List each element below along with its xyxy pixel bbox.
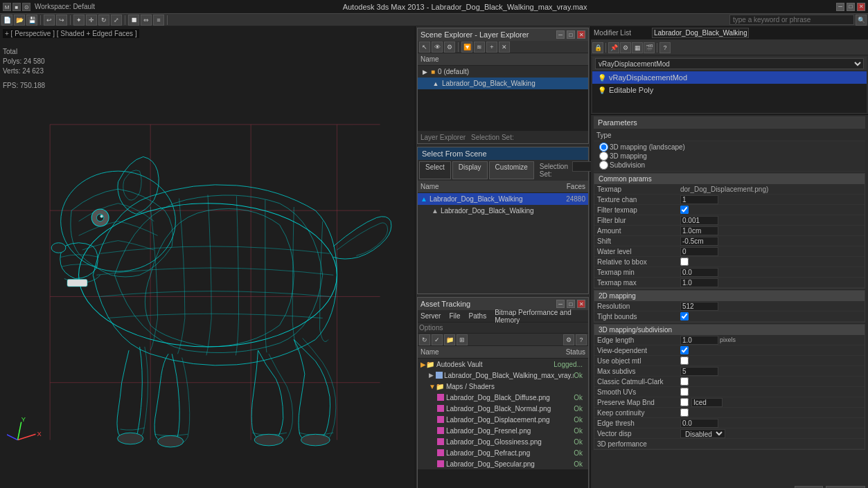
- new-icon[interactable]: 📄: [1, 15, 12, 26]
- se-customize-btn[interactable]: ⚙: [444, 42, 455, 53]
- ss-row-1[interactable]: ▲ Labrador_Dog_Black_Walking: [418, 205, 588, 217]
- at-refresh-btn[interactable]: ↻: [419, 334, 430, 345]
- relative-bbox-check[interactable]: [680, 257, 689, 266]
- mirror-icon[interactable]: ⇔: [141, 15, 152, 26]
- snap-icon[interactable]: 🔲: [128, 15, 139, 26]
- vector-disp-select[interactable]: Disabled Tangent World: [680, 429, 725, 438]
- texmap-max-input[interactable]: [680, 278, 718, 287]
- se-minimize-btn[interactable]: ─: [556, 30, 565, 39]
- object-name-input[interactable]: [652, 28, 749, 38]
- search-icon[interactable]: 🔍: [856, 15, 867, 26]
- keep-continuity-check[interactable]: [680, 408, 689, 417]
- move-icon[interactable]: ✛: [86, 15, 97, 26]
- at-row-normal[interactable]: Labrador_Dog_Black_Normal.png Ok: [418, 403, 588, 414]
- at-row-displacement[interactable]: Labrador_Dog_Displacement.png Ok: [418, 414, 588, 425]
- at-row-fresnel[interactable]: Labrador_Dog_Fresnel.png Ok: [418, 425, 588, 436]
- type-radio-3d[interactable]: 3D mapping: [599, 152, 860, 161]
- at-help-btn[interactable]: ?: [576, 334, 587, 345]
- tight-bounds-check[interactable]: [680, 312, 689, 320]
- catmull-check[interactable]: [680, 377, 689, 386]
- se-display-btn[interactable]: 👁: [432, 42, 443, 53]
- rt-config-icon[interactable]: ⚙: [620, 42, 631, 53]
- type-radio-subdivision[interactable]: Subdivision: [599, 161, 860, 170]
- at-merge-btn[interactable]: ⊞: [457, 334, 468, 345]
- shift-input[interactable]: [680, 237, 718, 246]
- mapping-3d-title[interactable]: 3D mapping/subdivision: [594, 325, 865, 335]
- layer-explorer-tab[interactable]: Layer Explorer: [420, 134, 466, 141]
- at-server-menu[interactable]: Server: [420, 312, 441, 320]
- rt-help-icon[interactable]: ?: [659, 42, 671, 53]
- at-row-vault[interactable]: ▶ 📁 Autodesk Vault Logged...: [418, 359, 588, 370]
- rt-anim-icon[interactable]: 🎬: [644, 42, 655, 53]
- ss-row-0[interactable]: ▲ Labrador_Dog_Black_Walking 24880: [418, 193, 588, 205]
- ss-tab-customize[interactable]: Customize: [489, 161, 534, 179]
- type-radio-3d-landscape[interactable]: 3D mapping (landscape): [599, 143, 860, 152]
- at-paths-menu[interactable]: Paths: [469, 312, 487, 320]
- mod-edpoly[interactable]: 💡 Editable Poly: [592, 84, 867, 96]
- view-dep-check[interactable]: [680, 346, 689, 354]
- se-sort-btn[interactable]: ≋: [474, 42, 485, 53]
- max-subdivs-input[interactable]: [680, 367, 718, 376]
- at-row-specular[interactable]: Labrador_Dog_Specular.png Ok: [418, 458, 588, 469]
- smooth-uvs-check[interactable]: [680, 388, 689, 396]
- common-params-title[interactable]: Common params: [594, 174, 865, 184]
- preserve-map-check[interactable]: [680, 398, 689, 406]
- rt-pin-icon[interactable]: 📌: [608, 42, 619, 53]
- at-row-refract[interactable]: Labrador_Dog_Refract.png Ok: [418, 447, 588, 458]
- mod-vray[interactable]: 💡 vRayDisplacementMod: [592, 71, 867, 84]
- at-row-maxfile[interactable]: ▶ Labrador_Dog_Black_Walking_max_vray.ma…: [418, 370, 588, 381]
- modifier-select[interactable]: vRayDisplacementMod Editable Poly: [595, 58, 864, 69]
- mapping-2d-title[interactable]: 2D mapping: [594, 291, 865, 301]
- at-close-btn[interactable]: ✕: [577, 300, 585, 308]
- texmap-min-input[interactable]: [680, 268, 718, 277]
- se-del-btn[interactable]: ✕: [499, 42, 510, 53]
- at-row-glossiness[interactable]: Labrador_Dog_Glossiness.png Ok: [418, 436, 588, 447]
- edge-thresh-input[interactable]: [680, 419, 718, 428]
- amount-input[interactable]: [680, 226, 718, 235]
- water-level-input[interactable]: [680, 247, 718, 256]
- rt-lock-icon[interactable]: 🔒: [592, 42, 603, 53]
- at-bitmap-menu[interactable]: Bitmap Performance and Memory: [495, 309, 585, 324]
- resolution-input[interactable]: [680, 302, 718, 311]
- at-max-btn[interactable]: □: [567, 300, 575, 308]
- use-obj-mtl-check[interactable]: [680, 356, 689, 365]
- at-file-menu[interactable]: File: [449, 312, 460, 320]
- at-row-maps[interactable]: ▼ 📁 Maps / Shaders: [418, 381, 588, 392]
- ss-tab-display[interactable]: Display: [452, 161, 488, 179]
- search-input[interactable]: [729, 15, 854, 25]
- close-btn[interactable]: ✕: [857, 3, 865, 11]
- at-check-btn[interactable]: ✓: [432, 334, 443, 345]
- align-icon[interactable]: ≡: [153, 15, 164, 26]
- selection-set-tab[interactable]: Selection Set:: [471, 134, 514, 141]
- se-filter-btn[interactable]: 🔽: [461, 42, 472, 53]
- select-icon[interactable]: ✦: [73, 15, 85, 26]
- scene-explorer-title[interactable]: Scene Explorer - Layer Explorer ─ □ ✕: [418, 28, 588, 41]
- rt-disp-icon[interactable]: ▦: [632, 42, 643, 53]
- redo-icon[interactable]: ↪: [56, 15, 67, 26]
- minimize-btn[interactable]: ─: [836, 3, 844, 11]
- params-title[interactable]: Parameters: [594, 116, 865, 129]
- se-row-1[interactable]: ▲ Labrador_Dog_Black_Walking: [418, 78, 588, 89]
- rotate-icon[interactable]: ↻: [98, 15, 109, 26]
- at-min-btn[interactable]: ─: [556, 300, 565, 308]
- save-icon[interactable]: 💾: [26, 15, 37, 26]
- at-folders-btn[interactable]: 📁: [444, 334, 455, 345]
- at-settings-btn[interactable]: ⚙: [563, 334, 574, 345]
- ss-tab-select[interactable]: Select: [419, 161, 451, 179]
- scale-icon[interactable]: ⤢: [111, 15, 122, 26]
- filter-blur-input[interactable]: [680, 216, 718, 225]
- at-options-menu[interactable]: Options: [418, 323, 588, 334]
- se-add-layer-btn[interactable]: +: [486, 42, 497, 53]
- at-row-diffuse[interactable]: Labrador_Dog_Black_Diffuse.png Ok: [418, 392, 588, 403]
- preserve-map-input[interactable]: [691, 398, 723, 407]
- se-select-btn[interactable]: ↖: [419, 42, 430, 53]
- edge-length-input[interactable]: [680, 336, 718, 345]
- maximize-btn[interactable]: □: [847, 3, 855, 11]
- texture-chan-input[interactable]: [680, 195, 718, 204]
- se-maximize-btn[interactable]: □: [567, 30, 575, 39]
- se-row-0[interactable]: ▶ ■ 0 (default): [418, 66, 588, 78]
- undo-icon[interactable]: ↩: [44, 15, 55, 26]
- filter-texmap-check[interactable]: [680, 206, 689, 214]
- se-close-btn[interactable]: ✕: [577, 30, 585, 39]
- open-icon[interactable]: 📂: [14, 15, 25, 26]
